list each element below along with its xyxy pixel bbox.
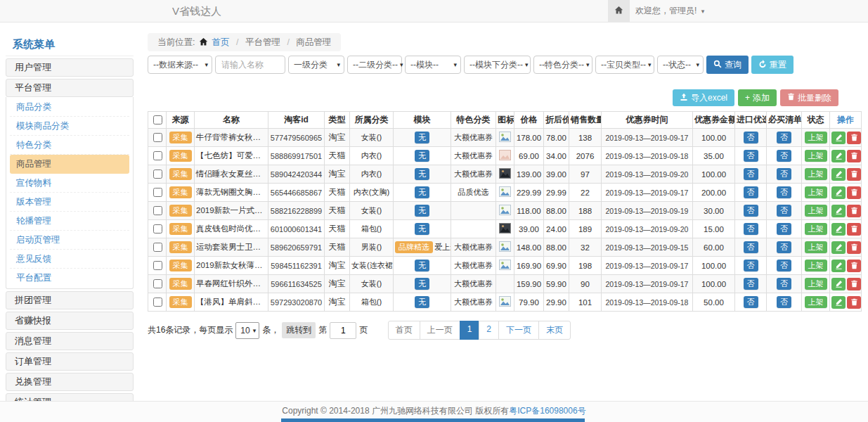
- row-checkbox[interactable]: [153, 261, 162, 270]
- bottom-scrollbar[interactable]: [281, 418, 585, 422]
- sidebar-item-9[interactable]: 轮播管理: [10, 212, 129, 231]
- row-checkbox[interactable]: [153, 170, 162, 179]
- edit-button[interactable]: [831, 296, 846, 309]
- reset-button[interactable]: 重置: [751, 56, 793, 74]
- must-buy-toggle[interactable]: 否: [777, 205, 791, 217]
- filter-module-sub-select[interactable]: --模块下分类--▾: [464, 56, 531, 74]
- module-badge[interactable]: 无: [415, 296, 429, 309]
- sidebar-item-1[interactable]: 用户管理: [6, 58, 134, 77]
- status-badge[interactable]: 上架: [805, 132, 827, 144]
- row-checkbox[interactable]: [153, 133, 162, 142]
- status-badge[interactable]: 上架: [805, 205, 827, 217]
- module-badge[interactable]: 无: [415, 132, 429, 144]
- delete-button[interactable]: [847, 168, 861, 181]
- page-first-button[interactable]: 首页: [388, 321, 420, 340]
- batch-delete-button[interactable]: 批量删除: [780, 89, 838, 106]
- must-buy-toggle[interactable]: 否: [777, 150, 791, 162]
- edit-button[interactable]: [831, 150, 846, 162]
- search-button[interactable]: 查询: [706, 56, 749, 74]
- delete-button[interactable]: [847, 241, 861, 254]
- sidebar-item-2[interactable]: 平台管理: [6, 79, 134, 97]
- user-menu[interactable]: 欢迎您，管理员! ▾: [635, 0, 704, 23]
- delete-button[interactable]: [847, 223, 861, 236]
- jump-button[interactable]: 跳转到: [282, 322, 316, 338]
- sidebar-item-17[interactable]: 兑换管理: [6, 373, 134, 391]
- must-buy-toggle[interactable]: 否: [777, 260, 791, 272]
- filter-feature-select[interactable]: --特色分类--▾: [533, 56, 592, 74]
- status-badge[interactable]: 上架: [805, 260, 827, 272]
- sidebar-item-3[interactable]: 商品分类: [10, 98, 129, 117]
- edit-button[interactable]: [831, 205, 846, 217]
- must-buy-toggle[interactable]: 否: [777, 278, 791, 290]
- page-prev-button[interactable]: 上一页: [420, 321, 460, 340]
- edit-button[interactable]: [831, 132, 846, 144]
- sidebar-item-10[interactable]: 启动页管理: [10, 231, 129, 250]
- import-select-toggle[interactable]: 否: [744, 186, 758, 199]
- delete-button[interactable]: [847, 296, 861, 309]
- add-button[interactable]: + 添加: [738, 89, 777, 106]
- must-buy-toggle[interactable]: 否: [777, 132, 791, 144]
- per-page-select[interactable]: 10 ▾: [235, 322, 259, 339]
- page-1-button[interactable]: 1: [460, 321, 480, 340]
- import-select-toggle[interactable]: 否: [744, 241, 758, 254]
- edit-button[interactable]: [831, 186, 846, 199]
- module-badge[interactable]: 无: [415, 223, 429, 236]
- import-select-toggle[interactable]: 否: [744, 278, 758, 290]
- home-button[interactable]: [608, 0, 630, 22]
- icp-link[interactable]: 粤ICP备16098006号: [509, 406, 585, 416]
- sidebar-item-8[interactable]: 版本管理: [10, 193, 129, 212]
- page-next-button[interactable]: 下一页: [498, 321, 539, 340]
- status-badge[interactable]: 上架: [805, 241, 827, 254]
- filter-category2-select[interactable]: --二级分类--▾: [347, 56, 402, 74]
- module-badge[interactable]: 无: [415, 186, 429, 199]
- row-checkbox[interactable]: [153, 243, 162, 252]
- import-select-toggle[interactable]: 否: [744, 296, 758, 309]
- filter-module-select[interactable]: --模块--▾: [405, 56, 461, 74]
- must-buy-toggle[interactable]: 否: [777, 223, 791, 236]
- delete-button[interactable]: [847, 186, 861, 199]
- module-badge[interactable]: 无: [415, 205, 429, 217]
- must-buy-toggle[interactable]: 否: [777, 241, 791, 254]
- jump-page-input[interactable]: [330, 322, 356, 339]
- module-badge[interactable]: 无: [415, 278, 429, 290]
- page-2-button[interactable]: 2: [479, 321, 499, 340]
- must-buy-toggle[interactable]: 否: [777, 186, 791, 199]
- sidebar-item-6[interactable]: 商品管理: [10, 155, 129, 174]
- filter-source-select[interactable]: --数据来源--▾: [148, 56, 212, 74]
- sidebar-item-4[interactable]: 模块商品分类: [10, 117, 129, 136]
- sidebar-item-7[interactable]: 宣传物料: [10, 174, 129, 193]
- module-badge[interactable]: 无: [415, 150, 429, 162]
- row-checkbox[interactable]: [153, 206, 162, 215]
- row-checkbox[interactable]: [153, 188, 162, 197]
- delete-button[interactable]: [847, 260, 861, 272]
- status-badge[interactable]: 上架: [805, 223, 827, 236]
- status-badge[interactable]: 上架: [805, 186, 827, 199]
- row-checkbox[interactable]: [153, 224, 162, 234]
- status-badge[interactable]: 上架: [805, 296, 827, 309]
- edit-button[interactable]: [831, 241, 846, 254]
- sidebar-item-13[interactable]: 拼团管理: [6, 291, 134, 309]
- filter-category1-select[interactable]: 一级分类▾: [288, 56, 344, 74]
- filter-status-select[interactable]: --状态--▾: [657, 56, 704, 74]
- sidebar-item-11[interactable]: 意见反馈: [10, 250, 129, 269]
- import-select-toggle[interactable]: 否: [744, 223, 758, 236]
- sidebar-item-14[interactable]: 省赚快报: [6, 312, 134, 330]
- row-checkbox[interactable]: [153, 151, 162, 160]
- filter-goods-type-select[interactable]: --宝贝类型--▾: [595, 56, 654, 74]
- status-badge[interactable]: 上架: [805, 168, 827, 181]
- sidebar-item-15[interactable]: 消息管理: [6, 332, 134, 350]
- delete-button[interactable]: [847, 205, 861, 217]
- import-select-toggle[interactable]: 否: [744, 260, 758, 272]
- row-checkbox[interactable]: [153, 279, 162, 288]
- module-badge[interactable]: 无: [415, 168, 429, 181]
- module-badge[interactable]: 无: [415, 260, 429, 272]
- delete-button[interactable]: [847, 150, 861, 162]
- must-buy-toggle[interactable]: 否: [777, 168, 791, 181]
- page-last-button[interactable]: 末页: [538, 321, 571, 340]
- status-badge[interactable]: 上架: [805, 278, 827, 290]
- select-all-checkbox[interactable]: [153, 115, 162, 124]
- import-select-toggle[interactable]: 否: [744, 132, 758, 144]
- breadcrumb-home-link[interactable]: 首页: [212, 37, 229, 47]
- sidebar-item-5[interactable]: 特色分类: [10, 136, 129, 155]
- name-search-input[interactable]: [215, 56, 285, 74]
